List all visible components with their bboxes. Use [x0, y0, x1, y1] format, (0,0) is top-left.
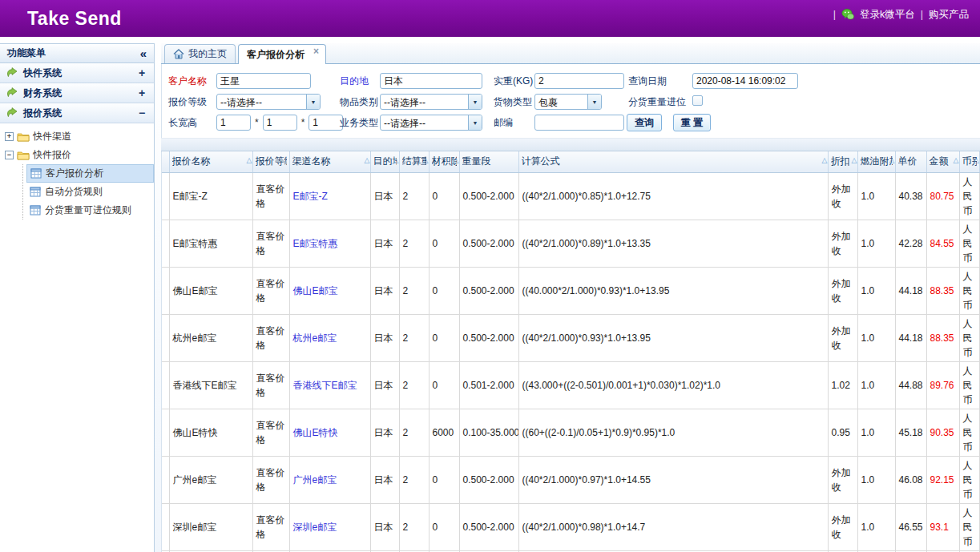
cell-channel[interactable]: 香港线下E邮宝 — [289, 361, 370, 409]
table-row[interactable]: 佛山E邮宝直客价格佛山E邮宝日本200.500-2.000((40.000*2/… — [162, 267, 980, 314]
select-value: 包裹 — [535, 95, 587, 109]
sidebar-item-express-system[interactable]: 快件系统 + — [0, 63, 154, 83]
column-header-channel[interactable]: 渠道名称△ — [289, 151, 370, 172]
cell-currency: 人民币 — [959, 361, 980, 409]
actual-weight-input[interactable] — [534, 73, 624, 89]
cell-currency: 人民币 — [959, 220, 980, 267]
tree-node-express-quote[interactable]: − 快件报价 — [5, 146, 154, 164]
tree-leaf-auto-split-rules[interactable]: 自动分货规则 — [26, 183, 154, 201]
tree-leaf-split-weight-carry-rules[interactable]: 分货重量可进位规则 — [26, 201, 154, 220]
column-header-unit[interactable]: 单价 — [895, 151, 926, 172]
chevron-down-icon[interactable]: ▼ — [587, 95, 601, 109]
column-header-dest[interactable]: 目的地△ — [370, 151, 399, 172]
chevron-down-icon[interactable]: ▼ — [306, 95, 320, 109]
length-input[interactable] — [216, 115, 251, 131]
tree-children: 客户报价分析 自动分货规则 — [22, 164, 154, 220]
table-row[interactable]: 香港线下E邮宝直客价格香港线下E邮宝日本200.501-2.000((43.00… — [162, 361, 980, 409]
tree-leaf-customer-quote-analysis[interactable]: 客户报价分析 — [26, 164, 154, 183]
sort-asc-icon[interactable]: △ — [247, 157, 252, 164]
table-row[interactable]: 广州e邮宝直客价格广州e邮宝日本200.500-2.000((40*2/1.00… — [162, 456, 980, 503]
cell-fuel: 1.0 — [857, 172, 895, 220]
chevron-down-icon[interactable]: ▼ — [468, 95, 482, 109]
cell-unit: 42.28 — [895, 220, 926, 267]
login-kwei-link[interactable]: 登录k微平台 — [860, 8, 915, 22]
close-tab-icon[interactable]: × — [313, 46, 319, 57]
cell-channel[interactable]: 佛山E特快 — [289, 409, 370, 456]
cell-name: 香港线下E邮宝 — [169, 361, 252, 409]
chevron-down-icon[interactable]: ▼ — [468, 115, 482, 130]
column-header-amount[interactable]: 金额△ — [926, 151, 959, 172]
query-date-input[interactable] — [692, 73, 798, 89]
cell-channel[interactable]: 杭州e邮宝 — [289, 314, 370, 361]
green-arrow-icon — [6, 87, 18, 99]
sort-asc-icon[interactable]: △ — [889, 157, 895, 164]
top-links: | 登录k微平台 | 购买产品 — [833, 8, 969, 22]
cell-unit: 44.18 — [895, 314, 926, 361]
panel-splitter[interactable] — [161, 138, 980, 151]
column-header-weight[interactable]: 重量段 — [459, 151, 518, 172]
query-date-label: 查询日期 — [627, 75, 692, 88]
width-input[interactable] — [263, 115, 297, 131]
column-header-currency[interactable]: 币别△ — [959, 151, 980, 172]
cargo-type-select[interactable]: 包裹 ▼ — [534, 94, 602, 110]
reset-button[interactable]: 重 置 — [673, 114, 711, 131]
column-header-grade[interactable]: 报价等级 — [252, 151, 289, 172]
table-row[interactable]: E邮宝特惠直客价格E邮宝特惠日本200.500-2.000((40*2/1.00… — [162, 220, 980, 267]
sort-asc-icon[interactable]: △ — [365, 157, 370, 164]
column-header-settle[interactable]: 结算重△ — [399, 151, 429, 172]
cell-volume: 0 — [429, 267, 459, 314]
column-header-sel[interactable] — [162, 151, 169, 172]
cell-name: E邮宝-Z — [169, 172, 252, 220]
cell-fuel: 1.0 — [857, 361, 895, 409]
column-header-formula[interactable]: 计算公式△ — [518, 151, 828, 172]
top-bar: Take Send | 登录k微平台 | 购买产品 — [0, 0, 980, 37]
table-row[interactable]: 深圳e邮宝直客价格深圳e邮宝日本200.500-2.000((40*2/1.00… — [162, 503, 980, 550]
column-header-discount[interactable]: 折扣△ — [828, 151, 857, 172]
customer-name-input[interactable] — [216, 73, 311, 89]
search-button[interactable]: 查询 — [627, 114, 662, 131]
cell-weight: 0.500-2.000 — [459, 503, 518, 550]
item-category-select[interactable]: --请选择-- ▼ — [380, 94, 482, 110]
table-row[interactable]: E邮宝-Z直客价格E邮宝-Z日本200.500-2.000((40*2/1.00… — [162, 172, 980, 220]
quote-grade-select[interactable]: --请选择-- ▼ — [216, 94, 321, 110]
table-row[interactable]: 佛山E特快直客价格佛山E特快日本260000.100-35.000((60+((… — [162, 409, 980, 456]
tab-customer-quote-analysis[interactable]: 客户报价分析 × — [238, 44, 326, 64]
cell-channel[interactable]: E邮宝-Z — [289, 172, 370, 220]
cell-name: 佛山E特快 — [169, 409, 252, 456]
cell-channel[interactable]: E邮宝特惠 — [289, 220, 370, 267]
tree-expand-icon[interactable]: + — [5, 132, 14, 141]
column-header-fuel[interactable]: 燃油附加△ — [857, 151, 895, 172]
column-header-name[interactable]: 报价名称△ — [169, 151, 252, 172]
sort-asc-icon[interactable]: △ — [954, 157, 959, 164]
table-row[interactable]: 杭州e邮宝直客价格杭州e邮宝日本200.500-2.000((40*2/1.00… — [162, 314, 980, 361]
sort-asc-icon[interactable]: △ — [454, 157, 459, 164]
cell-channel[interactable]: 广州e邮宝 — [289, 456, 370, 503]
column-label: 报价名称 — [172, 155, 250, 168]
cell-channel[interactable]: 佛山E邮宝 — [289, 267, 370, 314]
buy-product-link[interactable]: 购买产品 — [929, 8, 969, 22]
postcode-input[interactable] — [534, 115, 624, 131]
sidebar-item-finance-system[interactable]: 财务系统 + — [0, 83, 154, 103]
sort-asc-icon[interactable]: △ — [393, 157, 399, 164]
tree-node-express-channel[interactable]: + 快件渠道 — [5, 127, 154, 146]
column-header-volume[interactable]: 材积除△ — [429, 151, 459, 172]
sort-asc-icon[interactable]: △ — [974, 157, 979, 164]
business-type-select[interactable]: --请选择-- ▼ — [380, 115, 482, 131]
collapse-minus-icon[interactable]: − — [137, 107, 147, 119]
cell-unit: 45.18 — [895, 409, 926, 456]
expand-plus-icon[interactable]: + — [137, 66, 147, 79]
sidebar-item-quote-system[interactable]: 报价系统 − — [0, 103, 154, 123]
collapse-sidebar-icon[interactable]: « — [140, 46, 147, 60]
tree-collapse-icon[interactable]: − — [5, 151, 14, 159]
expand-plus-icon[interactable]: + — [137, 87, 147, 99]
cell-name: 深圳e邮宝 — [169, 503, 252, 550]
sort-asc-icon[interactable]: △ — [423, 157, 429, 164]
sort-asc-icon[interactable]: △ — [852, 157, 857, 164]
tab-my-homepage[interactable]: 我的主页 — [164, 44, 236, 63]
column-label: 报价等级 — [256, 155, 287, 168]
item-category-label: 物品类别 — [338, 95, 380, 109]
split-weight-carry-checkbox[interactable] — [692, 95, 703, 106]
destination-input[interactable] — [380, 73, 482, 89]
cell-channel[interactable]: 深圳e邮宝 — [289, 503, 370, 550]
sort-asc-icon[interactable]: △ — [822, 157, 828, 164]
